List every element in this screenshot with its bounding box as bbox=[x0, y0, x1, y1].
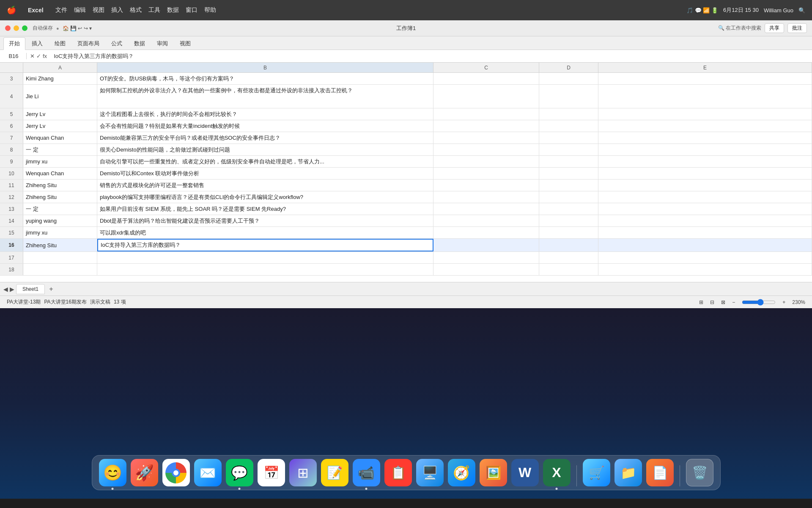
cell-d12[interactable] bbox=[539, 191, 598, 203]
cell-e3[interactable] bbox=[598, 73, 812, 84]
dock-notes[interactable]: 📝 bbox=[321, 459, 348, 486]
dock-preview[interactable]: 🖼️ bbox=[480, 459, 507, 486]
cell-reference[interactable]: B16 bbox=[3, 53, 27, 59]
cell-d6[interactable] bbox=[539, 120, 598, 132]
cell-e10[interactable] bbox=[598, 168, 812, 179]
dock-reminders[interactable]: 📋 bbox=[384, 459, 412, 486]
cell-e12[interactable] bbox=[598, 191, 812, 203]
cell-e13[interactable] bbox=[598, 203, 812, 215]
cell-c16[interactable] bbox=[433, 239, 539, 251]
cell-a16[interactable]: Zhiheng Situ bbox=[23, 239, 97, 251]
app-name[interactable]: Excel bbox=[28, 7, 44, 14]
view-normal[interactable]: ⊞ bbox=[699, 299, 703, 305]
comment-button[interactable]: 批注 bbox=[787, 23, 807, 33]
dock-calendar[interactable]: 📅 bbox=[258, 459, 285, 486]
cell-d3[interactable] bbox=[539, 73, 598, 84]
cell-a4[interactable]: Jie Li bbox=[23, 85, 97, 108]
dock-wechat[interactable]: 💬 bbox=[226, 459, 253, 486]
dock-excel[interactable]: X bbox=[543, 459, 571, 486]
menu-data[interactable]: 数据 bbox=[167, 6, 179, 14]
cell-b14[interactable]: Dbot是基于算法的吗？给出智能化建议是否预示还需要人工干预？ bbox=[97, 215, 433, 226]
close-button[interactable] bbox=[5, 25, 11, 31]
share-button[interactable]: 共享 bbox=[765, 23, 784, 33]
dock-chrome[interactable] bbox=[162, 459, 190, 486]
dock-store[interactable]: 🛒 bbox=[583, 459, 610, 486]
cell-a7[interactable]: Wenquan Chan bbox=[23, 132, 97, 144]
cell-e15[interactable] bbox=[598, 227, 812, 238]
cell-e17[interactable] bbox=[598, 252, 812, 263]
cell-c4[interactable] bbox=[433, 85, 539, 108]
dock-pages[interactable]: 📄 bbox=[646, 459, 674, 486]
cell-d16[interactable] bbox=[539, 239, 598, 251]
menu-help[interactable]: 帮助 bbox=[204, 6, 216, 14]
cell-b15[interactable]: 可以跟xdr集成的吧 bbox=[97, 227, 433, 238]
cell-a3[interactable]: Kimi Zhang bbox=[23, 73, 97, 84]
minimize-button[interactable] bbox=[14, 25, 19, 31]
dock-rocket[interactable]: 🚀 bbox=[131, 459, 158, 486]
tab-data[interactable]: 数据 bbox=[129, 37, 151, 50]
cell-c17[interactable] bbox=[433, 252, 539, 263]
cell-b10[interactable]: Demisto可以和Contex 联动对事件做分析 bbox=[97, 168, 433, 179]
col-header-a[interactable]: A bbox=[23, 63, 97, 72]
cell-b13[interactable]: 如果用户目前没有 SIEM 系统，能先上 SOAR 吗？还是需要 SIEM 先R… bbox=[97, 203, 433, 215]
cell-d18[interactable] bbox=[539, 264, 598, 275]
cell-a8[interactable]: 一 定 bbox=[23, 144, 97, 155]
cell-b6[interactable]: 会不会有性能问题？特别是如果有大量incident触发的时候 bbox=[97, 120, 433, 132]
cell-e4[interactable] bbox=[598, 85, 812, 108]
cell-e9[interactable] bbox=[598, 156, 812, 167]
cell-d17[interactable] bbox=[539, 252, 598, 263]
cell-c18[interactable] bbox=[433, 264, 539, 275]
cell-e6[interactable] bbox=[598, 120, 812, 132]
tab-view[interactable]: 视图 bbox=[174, 37, 196, 50]
cell-d5[interactable] bbox=[539, 108, 598, 120]
cell-b4[interactable]: 如何限制工控机的外设非法介入？在其他的一些案例中，有些攻击都是通过外设的非法接入… bbox=[97, 85, 433, 108]
fx-icon[interactable]: fx bbox=[43, 53, 47, 59]
col-header-d[interactable]: D bbox=[539, 63, 598, 72]
cell-d8[interactable] bbox=[539, 144, 598, 155]
cancel-formula[interactable]: ✕ bbox=[30, 53, 35, 59]
cell-e8[interactable] bbox=[598, 144, 812, 155]
sheet-nav[interactable]: ◀ ▶ bbox=[3, 286, 14, 293]
col-header-c[interactable]: C bbox=[433, 63, 539, 72]
dock-finder[interactable]: 😊 bbox=[99, 459, 126, 486]
cell-e5[interactable] bbox=[598, 108, 812, 120]
tab-home[interactable]: 开始 bbox=[3, 37, 25, 50]
cell-c6[interactable] bbox=[433, 120, 539, 132]
cell-a12[interactable]: Zhiheng Situ bbox=[23, 191, 97, 203]
cell-a18[interactable] bbox=[23, 264, 97, 275]
cell-c12[interactable] bbox=[433, 191, 539, 203]
maximize-button[interactable] bbox=[22, 25, 27, 31]
cell-a6[interactable]: Jerry Lv bbox=[23, 120, 97, 132]
tab-layout[interactable]: 页面布局 bbox=[72, 37, 105, 50]
cell-d4[interactable] bbox=[539, 85, 598, 108]
menu-file[interactable]: 文件 bbox=[55, 6, 67, 14]
cell-b16[interactable]: IoC支持导入第三方库的数据吗？ bbox=[97, 239, 433, 251]
sheet-add-button[interactable]: + bbox=[47, 284, 56, 294]
cell-b5[interactable]: 这个流程图看上去很长，执行的时间会不会相对比较长？ bbox=[97, 108, 433, 120]
dock-imac[interactable]: 🖥️ bbox=[416, 459, 444, 486]
tab-review[interactable]: 审阅 bbox=[151, 37, 173, 50]
tab-formula[interactable]: 公式 bbox=[106, 37, 128, 50]
autosave-toggle[interactable]: ● bbox=[56, 26, 59, 31]
cell-a17[interactable] bbox=[23, 252, 97, 263]
view-break[interactable]: ⊠ bbox=[721, 299, 725, 305]
cell-e7[interactable] bbox=[598, 132, 812, 144]
cell-a13[interactable]: 一 定 bbox=[23, 203, 97, 215]
cell-d14[interactable] bbox=[539, 215, 598, 226]
col-header-b[interactable]: B bbox=[97, 63, 433, 72]
cell-d10[interactable] bbox=[539, 168, 598, 179]
cell-b3[interactable]: OT的安全。防USB病毒，木马，等这个你们有方案吗？ bbox=[97, 73, 433, 84]
cell-e18[interactable] bbox=[598, 264, 812, 275]
dock-launchpad[interactable]: ⊞ bbox=[289, 459, 317, 486]
menu-window[interactable]: 窗口 bbox=[186, 6, 198, 14]
cell-b11[interactable]: 销售的方式是模块化的许可还是一整套销售 bbox=[97, 179, 433, 191]
cell-a10[interactable]: Wenquan Chan bbox=[23, 168, 97, 179]
cell-a9[interactable]: jimmy xu bbox=[23, 156, 97, 167]
cell-d9[interactable] bbox=[539, 156, 598, 167]
cell-c8[interactable] bbox=[433, 144, 539, 155]
cell-a14[interactable]: yuping wang bbox=[23, 215, 97, 226]
confirm-formula[interactable]: ✓ bbox=[36, 53, 41, 59]
apple-menu[interactable]: 🍎 bbox=[7, 6, 16, 15]
cell-d13[interactable] bbox=[539, 203, 598, 215]
cell-a5[interactable]: Jerry Lv bbox=[23, 108, 97, 120]
